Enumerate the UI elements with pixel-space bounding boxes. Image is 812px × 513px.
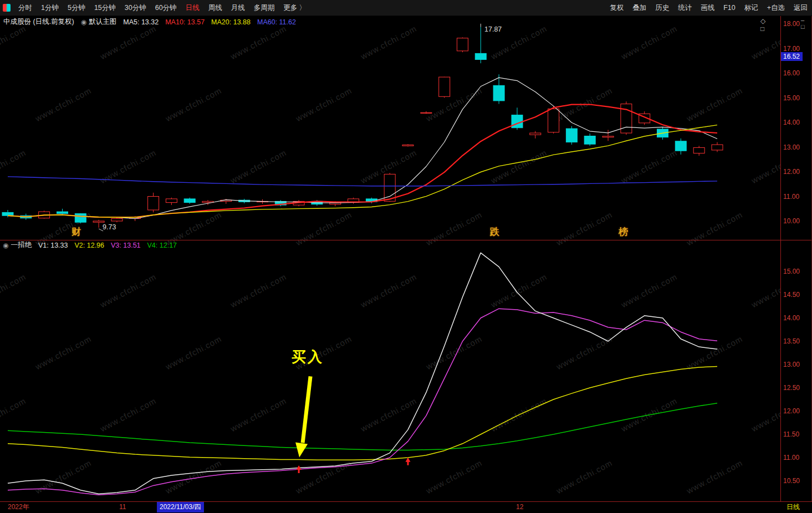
tools-menu: 复权叠加历史统计画线F10标记+自选返回 [605, 3, 812, 13]
indicator-tick: 13.00 [783, 361, 800, 368]
indicator-tick: 14.50 [783, 291, 800, 299]
chart-title-row: 中成股份 (日线.前复权) ◉ 默认主图 MA5: 13.32MA10: 13.… [3, 17, 303, 27]
main-price-chart[interactable] [0, 16, 780, 240]
indicator-legend-row: ◉ 一招绝 V1: 13.33V2: 12.96V3: 13.51V4: 12.… [3, 240, 183, 250]
price-tick: 11.00 [783, 193, 799, 201]
axis-divider [780, 16, 781, 501]
buy-arrow-head [295, 442, 308, 457]
indicator-values: V1: 13.33V2: 12.96V3: 13.51V4: 12.17 [38, 242, 183, 249]
ma-legend-item-1: MA10: 13.57 [165, 18, 205, 26]
period-tab-6[interactable]: 日线 [181, 3, 204, 13]
period-label[interactable]: 日线 [787, 502, 800, 512]
indicator-chart[interactable] [0, 249, 780, 501]
timeline-month-12: 12 [516, 502, 523, 512]
indicator-tick: 14.00 [783, 314, 800, 322]
period-tab-3[interactable]: 15分钟 [90, 3, 120, 13]
indicator-tick: 11.00 [783, 454, 799, 461]
panel-square-icon[interactable]: □ [801, 23, 806, 30]
indicator-legend-item-3: V4: 12.17 [147, 242, 177, 249]
top-menu-bar: 分时1分钟5分钟15分钟30分钟60分钟日线周线月线多周期更多 〉 复权叠加历史… [0, 0, 812, 16]
period-tab-2[interactable]: 5分钟 [63, 3, 90, 13]
indicator-tick: 15.00 [783, 268, 800, 275]
gold-char-3: 榜 [619, 225, 628, 238]
diamond-marker-icon[interactable]: ◇ [760, 17, 769, 25]
low-price-annotation: 9.73 [103, 223, 116, 231]
indicator-tick: 11.50 [783, 430, 799, 438]
price-tick: 12.00 [783, 168, 800, 176]
gold-char-1: 财 [72, 225, 81, 238]
gold-char-2: 跌 [490, 225, 499, 238]
tool-button-7[interactable]: +自选 [763, 3, 789, 13]
timeline-year: 2022年 [8, 502, 29, 512]
target-circle-icon: ◉ [3, 242, 8, 249]
period-tab-10[interactable]: 更多 〉 [279, 3, 310, 13]
panel-square-icon[interactable]: □ [760, 25, 768, 33]
indicator-tick: 12.00 [783, 407, 800, 415]
indicator-legend-item-2: V3: 13.51 [111, 242, 141, 249]
time-axis-bar: 2022年 11 2022/11/03/四 12 日线 [0, 502, 812, 513]
chart-corner-icons: ◇ □ [760, 17, 780, 33]
price-tick: 15.00 [783, 94, 800, 102]
period-menu: 分时1分钟5分钟15分钟30分钟60分钟日线周线月线多周期更多 〉 [0, 3, 310, 13]
period-tab-7[interactable]: 周线 [204, 3, 227, 13]
indicator-tick: 13.50 [783, 337, 800, 345]
tool-button-0[interactable]: 复权 [605, 3, 628, 13]
stock-app-window: 分时1分钟5分钟15分钟30分钟60分钟日线周线月线多周期更多 〉 复权叠加历史… [0, 0, 812, 513]
window-corner-icons: – □ [801, 17, 812, 30]
price-badge: 16.52 [781, 52, 803, 61]
tool-button-3[interactable]: 统计 [673, 3, 696, 13]
ma-legend-item-2: MA20: 13.88 [211, 18, 251, 26]
tool-button-1[interactable]: 叠加 [628, 3, 651, 13]
price-tick: 18.00 [783, 20, 800, 28]
ma-legend-item-3: MA60: 11.62 [257, 18, 296, 26]
app-logo-icon [3, 4, 11, 12]
selected-date-label[interactable]: 2022/11/03/四 [157, 502, 204, 512]
price-tick: 17.00 [783, 45, 800, 53]
period-tab-1[interactable]: 1分钟 [37, 3, 63, 13]
timeline-month-11: 11 [119, 502, 126, 512]
price-tick: 10.00 [783, 217, 800, 225]
buy-point-arrow [297, 465, 302, 473]
stock-title: 中成股份 (日线.前复权) [3, 17, 74, 27]
ma-legend: MA5: 13.32MA10: 13.57MA20: 13.88MA60: 11… [123, 18, 303, 26]
price-axis: – □ 18.0017.0016.0015.0014.0013.0012.001… [781, 16, 812, 501]
chart-region: www.cfchi.comwww.cfchi.comwww.cfchi.comw… [0, 16, 780, 501]
tool-button-5[interactable]: F10 [719, 4, 740, 12]
indicator-tick: 10.50 [783, 477, 800, 485]
indicator-name[interactable]: 一招绝 [11, 240, 32, 250]
tool-button-4[interactable]: 画线 [696, 3, 719, 13]
overlay-label[interactable]: 默认主图 [89, 17, 116, 27]
price-tick: 14.00 [783, 119, 800, 126]
price-tick: 13.00 [783, 143, 800, 151]
period-tab-5[interactable]: 60分钟 [151, 3, 181, 13]
buy-signal-label: 买入 [292, 347, 324, 367]
indicator-tick: 12.50 [783, 384, 800, 392]
period-tab-4[interactable]: 30分钟 [120, 3, 151, 13]
minimize-icon[interactable]: – [801, 17, 806, 23]
ma-legend-item-0: MA5: 13.32 [123, 18, 159, 26]
price-tick: 16.00 [783, 69, 800, 77]
panel-divider[interactable] [0, 240, 812, 240]
target-circle-icon: ◉ [81, 18, 86, 26]
buy-arrow-shaft [303, 376, 310, 443]
indicator-legend-item-1: V2: 12.96 [75, 242, 105, 249]
period-tab-0[interactable]: 分时 [14, 3, 37, 13]
period-tab-8[interactable]: 月线 [227, 3, 249, 13]
indicator-legend-item-0: V1: 13.33 [38, 242, 68, 249]
tool-button-2[interactable]: 历史 [651, 3, 673, 13]
period-tab-9[interactable]: 多周期 [249, 3, 279, 13]
tool-button-6[interactable]: 标记 [740, 3, 763, 13]
tool-button-8[interactable]: 返回 [789, 3, 812, 13]
high-price-annotation: 17.87 [484, 25, 502, 33]
buy-point-arrow [406, 458, 411, 465]
